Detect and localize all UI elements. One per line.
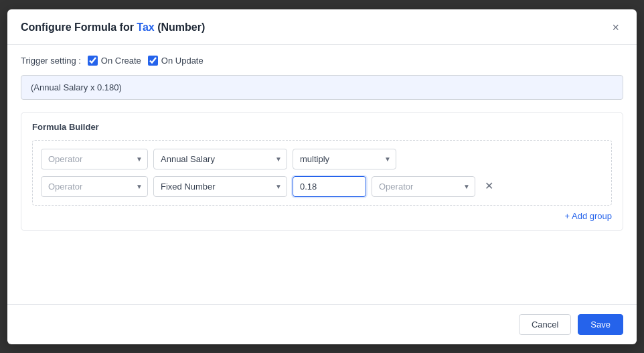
trigger-label: Trigger setting :: [21, 56, 81, 66]
modal-overlay: Configure Formula for Tax (Number) × Tri…: [0, 0, 644, 353]
row1-field-select-wrapper: Annual Salary Fixed Number Field ▼: [153, 149, 287, 169]
row1-action-select-wrapper: multiply add subtract divide ▼: [293, 149, 396, 169]
on-create-label[interactable]: On Create: [101, 56, 141, 66]
formula-preview: (Annual Salary x 0.180): [21, 75, 623, 100]
row2-field-select[interactable]: Fixed Number Annual Salary Field: [153, 176, 287, 197]
add-group-button[interactable]: + Add group: [565, 211, 612, 221]
on-update-group: On Update: [148, 56, 204, 66]
row1-field-select[interactable]: Annual Salary Fixed Number Field: [153, 149, 287, 169]
modal-title: Configure Formula for Tax (Number): [21, 21, 205, 33]
configure-formula-modal: Configure Formula for Tax (Number) × Tri…: [7, 9, 637, 344]
modal-header: Configure Formula for Tax (Number) ×: [7, 9, 637, 45]
row2-action-select-wrapper: Operator multiply add subtract divide ▼: [372, 176, 475, 197]
formula-builder-section: Formula Builder Operator AND OR ▼: [21, 112, 623, 231]
save-button[interactable]: Save: [578, 314, 623, 335]
on-create-group: On Create: [88, 56, 141, 66]
cancel-button[interactable]: Cancel: [519, 314, 571, 335]
formula-builder-title: Formula Builder: [32, 122, 612, 132]
on-update-checkbox[interactable]: [148, 56, 158, 66]
row1-action-select[interactable]: multiply add subtract divide: [293, 149, 396, 169]
delete-row2-button[interactable]: ✕: [481, 178, 497, 194]
row1-operator-select[interactable]: Operator AND OR: [41, 149, 148, 169]
trigger-row: Trigger setting : On Create On Update: [21, 56, 623, 66]
modal-body: Trigger setting : On Create On Update (A…: [7, 45, 637, 304]
fixed-number-input[interactable]: [293, 176, 366, 197]
builder-row-2: Operator AND OR ▼ Fixed Number Annual Sa…: [41, 176, 603, 197]
builder-row-1: Operator AND OR ▼ Annual Salary Fixed Nu…: [41, 149, 603, 169]
row1-operator-select-wrapper: Operator AND OR ▼: [41, 149, 148, 169]
row2-action-select[interactable]: Operator multiply add subtract divide: [372, 176, 475, 197]
row2-operator-select[interactable]: Operator AND OR: [41, 176, 148, 197]
modal-footer: Cancel Save: [7, 304, 637, 344]
on-update-label[interactable]: On Update: [161, 56, 204, 66]
add-group-row: + Add group: [32, 211, 612, 221]
builder-rows: Operator AND OR ▼ Annual Salary Fixed Nu…: [32, 140, 612, 206]
close-button[interactable]: ×: [608, 20, 623, 35]
row2-operator-select-wrapper: Operator AND OR ▼: [41, 176, 148, 197]
on-create-checkbox[interactable]: [88, 56, 98, 66]
row2-field-select-wrapper: Fixed Number Annual Salary Field ▼: [153, 176, 287, 197]
